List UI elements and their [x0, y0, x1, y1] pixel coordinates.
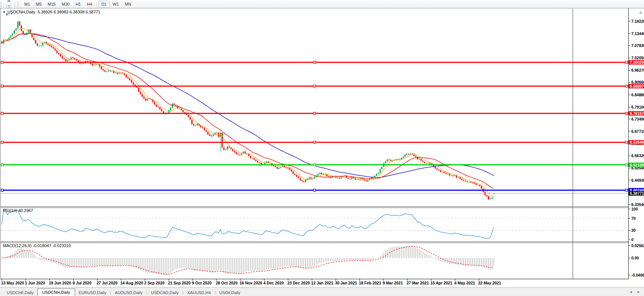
date-label: 1 Jun 2020: [25, 281, 45, 285]
date-label: 27 Jul 2020: [96, 281, 117, 285]
hline-handle[interactable]: [625, 61, 628, 63]
timeframe-button-m15[interactable]: M15: [45, 1, 59, 7]
chart-canvas[interactable]: 7.192207.134407.078307.020506.962706.906…: [0, 0, 644, 287]
date-label: 27 Mar 2021: [406, 281, 429, 285]
shapes-icon[interactable]: ◆◇▾: [4, 11, 13, 18]
candles-layer: [1, 21, 494, 200]
hline-handle[interactable]: [1, 164, 3, 166]
tabs-scroll-right-icon[interactable]: ►: [637, 290, 640, 294]
timeframe-button-m5[interactable]: M5: [33, 1, 44, 7]
price-tick-label: 6.44930: [631, 178, 644, 183]
hline-handle[interactable]: [625, 112, 628, 115]
price-tick-label: 6.84880: [631, 93, 644, 97]
rsi-tick-label: 0: [631, 237, 634, 242]
hline-handle[interactable]: [1, 141, 3, 143]
price-tick-label: 7.07830: [631, 43, 644, 48]
date-label: 30 Jan 2021: [335, 281, 357, 285]
hline-handle[interactable]: [1, 61, 3, 63]
hline-handle[interactable]: [625, 85, 628, 87]
timeframe-button-d1[interactable]: D1: [99, 1, 110, 7]
toolbar-separator: [15, 1, 15, 7]
toolbar-grip[interactable]: [18, 1, 20, 7]
svg-text:6.88897: 6.88897: [630, 84, 644, 88]
toolbar-grip[interactable]: [1, 1, 3, 7]
svg-text:7.00029: 7.00029: [630, 60, 644, 65]
hline-handle[interactable]: [313, 85, 316, 87]
price-tag-7.00029: 7.00029: [629, 60, 644, 65]
tabs-scroll-left-icon[interactable]: ◄: [629, 290, 632, 294]
price-tag-6.88897: 6.88897: [629, 84, 644, 88]
macd-signal-line: [2, 246, 494, 274]
date-label: 16 Nov 2020: [240, 281, 263, 285]
hline-handle[interactable]: [625, 141, 628, 143]
chart-tab-audusd[interactable]: AUDUSD,Daily: [111, 289, 146, 296]
macd-axis[interactable]: 0.0256230.00-0.04068: [628, 243, 644, 277]
price-tick-label: 6.96270: [631, 68, 644, 72]
date-label: 2 Sep 2020: [144, 281, 164, 285]
timeframe-button-m1[interactable]: M1: [21, 1, 33, 7]
svg-text:6.76157: 6.76157: [630, 111, 644, 116]
hline-handle[interactable]: [313, 141, 316, 143]
macd-values: -0.018047 -0.023310: [32, 243, 71, 248]
hline-6.76157[interactable]: [1, 112, 628, 115]
rsi-axis[interactable]: 10070300: [628, 207, 638, 242]
date-label: 13 May 2020: [1, 281, 24, 285]
price-tag-6.52108: 6.52108: [629, 163, 644, 167]
macd-tick-label: 0.00: [631, 256, 639, 260]
hline-handle[interactable]: [1, 189, 3, 191]
drawing-tools-group: FAT◆◇▾: [4, 0, 13, 18]
date-axis[interactable]: 13 May 20201 Jun 202019 Jun 20208 Jul 20…: [1, 279, 501, 285]
price-tick-label: 6.73490: [631, 117, 644, 121]
price-tick-label: 7.19220: [631, 19, 644, 24]
chart-tabs: USDCHF,DailyUSDCNH,DailyEURUSD,Daily|AUD…: [3, 289, 244, 296]
hline-6.62646[interactable]: [1, 141, 628, 143]
price-tag-6.38771: 6.38771: [629, 191, 644, 196]
chart-tab-eurusd[interactable]: EURUSD,Daily: [75, 289, 110, 296]
hline-handle[interactable]: [625, 164, 628, 166]
hline-handle[interactable]: [313, 189, 316, 191]
svg-text:6.52108: 6.52108: [630, 163, 644, 167]
hline-6.40244[interactable]: [1, 189, 628, 191]
hline-handle[interactable]: [625, 189, 628, 191]
hline-handle[interactable]: [313, 164, 316, 166]
ma-slow-line: [2, 34, 494, 177]
chart-tab-usdcnh[interactable]: USDCNH,Daily: [37, 289, 75, 296]
macd-histogram: [2, 246, 494, 275]
price-tag-6.76157: 6.76157: [629, 111, 644, 116]
chart-tab-usdchf[interactable]: USDCHF,Daily: [3, 289, 37, 296]
price-tick-label: 6.79100: [631, 105, 644, 109]
hline-6.52108[interactable]: [1, 164, 628, 166]
date-label: 4 Dec 2020: [263, 281, 284, 285]
macd-tick-label: 0.025623: [631, 243, 644, 248]
chart-tab-usdcad[interactable]: USDCAD,Daily: [147, 289, 182, 296]
hline-handle[interactable]: [1, 112, 3, 115]
timeframe-button-h4[interactable]: H4: [84, 1, 95, 7]
date-label: 19 Jun 2020: [49, 281, 71, 285]
timeframe-button-m30[interactable]: M30: [59, 1, 72, 7]
rsi-tick-label: 100: [631, 207, 638, 211]
hline-handle[interactable]: [313, 112, 316, 115]
price-tick-label: 7.13440: [631, 31, 644, 36]
chart-tab-usoil[interactable]: USOil,Daily: [216, 289, 244, 296]
hline-handle[interactable]: [1, 85, 3, 87]
metatrader-window: FAT◆◇▾ M1M5M15M30H1H4D1W1MN ▼USDCNH,Dail…: [0, 0, 644, 296]
timeframes-group: M1M5M15M30H1H4D1W1MN: [21, 1, 134, 7]
hline-handle[interactable]: [313, 61, 316, 63]
chart-tab-xauusd[interactable]: XAUUSD,H4: [183, 289, 214, 296]
macd-indicator-label: MACD(12,26,9) -0.018047 -0.023310: [3, 243, 71, 248]
timeframe-button-h1[interactable]: H1: [72, 1, 84, 7]
macd-tick-label: -0.04068: [631, 273, 644, 277]
price-tick-label: 6.67710: [631, 129, 644, 134]
timeframe-button-mn[interactable]: MN: [122, 1, 134, 7]
timeframe-button-w1[interactable]: W1: [110, 1, 122, 7]
date-label: 28 Oct 2020: [216, 281, 238, 285]
panel-borders: [0, 8, 644, 279]
scroll-up-icon[interactable]: [639, 11, 642, 14]
hline-6.88897[interactable]: [1, 85, 628, 87]
date-label: 15 Apr 2021: [430, 281, 452, 285]
svg-text:6.38771: 6.38771: [630, 191, 644, 196]
text-icon[interactable]: T: [4, 4, 13, 11]
label-icon[interactable]: A: [4, 0, 13, 4]
ohlc-values: 6.38926 6.38983 6.38308 6.38771: [38, 10, 100, 14]
date-label: 9 Oct 2020: [192, 281, 212, 285]
